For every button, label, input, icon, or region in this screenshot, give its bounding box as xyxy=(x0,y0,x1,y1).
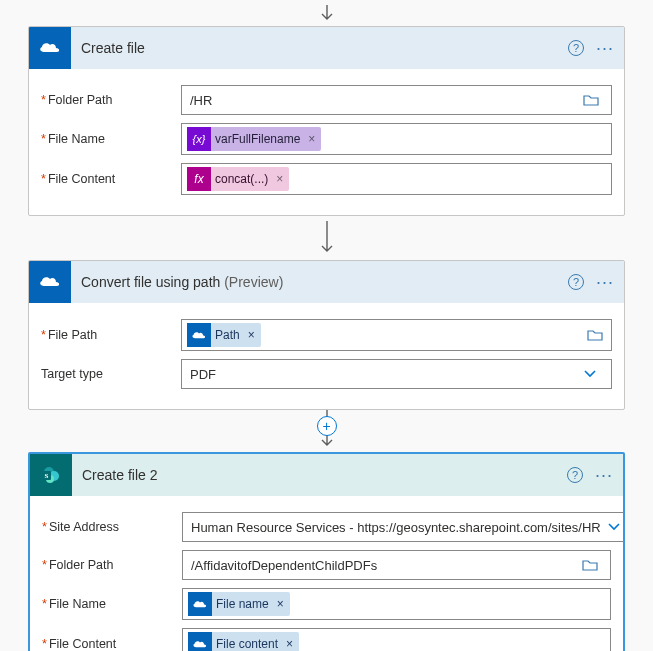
folder-picker-icon[interactable] xyxy=(579,94,603,106)
card-body: *File Path Path × Target type PDF xyxy=(29,303,624,409)
card-title: Create file 2 xyxy=(72,467,567,483)
card-body: *Folder Path /HR *File Name {x} varFullF… xyxy=(29,69,624,215)
more-icon[interactable]: ··· xyxy=(596,272,614,293)
folder-path-input[interactable]: /HR xyxy=(181,85,612,115)
variable-token[interactable]: {x} varFullFilename × xyxy=(187,127,321,151)
card-title: Convert file using path (Preview) xyxy=(71,274,568,290)
field-label-site-address: *Site Address xyxy=(42,520,182,534)
flow-arrow xyxy=(0,0,653,26)
target-type-select[interactable]: PDF xyxy=(181,359,612,389)
field-label-folder-path: *Folder Path xyxy=(41,93,181,107)
flow-arrow xyxy=(0,216,653,260)
help-icon[interactable]: ? xyxy=(567,467,583,483)
file-content-input[interactable]: fx concat(...) × xyxy=(181,163,612,195)
folder-path-input[interactable]: /AffidavitofDependentChildPDFs xyxy=(182,550,611,580)
more-icon[interactable]: ··· xyxy=(596,38,614,59)
action-card-create-file-2: S Create file 2 ? ··· *Site Address Huma… xyxy=(28,452,625,651)
insert-step[interactable]: + xyxy=(0,416,653,436)
card-header[interactable]: Create file ? ··· xyxy=(29,27,624,69)
field-label-file-content: *File Content xyxy=(42,637,182,651)
card-header[interactable]: Convert file using path (Preview) ? ··· xyxy=(29,261,624,303)
field-label-target-type: Target type xyxy=(41,367,181,381)
file-content-input[interactable]: File content × xyxy=(182,628,611,651)
card-title: Create file xyxy=(71,40,568,56)
onedrive-icon xyxy=(29,261,71,303)
plus-icon[interactable]: + xyxy=(317,416,337,436)
chevron-down-icon[interactable] xyxy=(577,367,603,382)
action-card-convert-file: Convert file using path (Preview) ? ··· … xyxy=(28,260,625,410)
file-name-input[interactable]: {x} varFullFilename × xyxy=(181,123,612,155)
remove-token-icon[interactable]: × xyxy=(244,328,255,342)
file-path-input[interactable]: Path × xyxy=(181,319,612,351)
remove-token-icon[interactable]: × xyxy=(282,637,293,651)
chevron-down-icon[interactable] xyxy=(601,520,625,535)
remove-token-icon[interactable]: × xyxy=(273,597,284,611)
expression-token[interactable]: fx concat(...) × xyxy=(187,167,289,191)
folder-picker-icon[interactable] xyxy=(583,329,607,341)
more-icon[interactable]: ··· xyxy=(595,465,613,486)
card-header[interactable]: S Create file 2 ? ··· xyxy=(30,454,623,496)
field-label-file-name: *File Name xyxy=(42,597,182,611)
folder-picker-icon[interactable] xyxy=(578,559,602,571)
sharepoint-icon: S xyxy=(30,454,72,496)
fx-icon: fx xyxy=(187,167,211,191)
field-label-folder-path: *Folder Path xyxy=(42,558,182,572)
card-body: *Site Address Human Resource Services - … xyxy=(30,496,623,651)
dynamic-token[interactable]: File name × xyxy=(188,592,290,616)
remove-token-icon[interactable]: × xyxy=(304,132,315,146)
field-label-file-content: *File Content xyxy=(41,172,181,186)
onedrive-token-icon xyxy=(188,592,212,616)
onedrive-icon xyxy=(29,27,71,69)
help-icon[interactable]: ? xyxy=(568,274,584,290)
action-card-create-file: Create file ? ··· *Folder Path /HR *File… xyxy=(28,26,625,216)
onedrive-token-icon xyxy=(188,632,212,651)
onedrive-token-icon xyxy=(187,323,211,347)
file-name-input[interactable]: File name × xyxy=(182,588,611,620)
preview-tag: (Preview) xyxy=(224,274,283,290)
field-label-file-path: *File Path xyxy=(41,328,181,342)
dynamic-token[interactable]: File content × xyxy=(188,632,299,651)
help-icon[interactable]: ? xyxy=(568,40,584,56)
svg-text:S: S xyxy=(45,472,49,480)
site-address-select[interactable]: Human Resource Services - https://geosyn… xyxy=(182,512,625,542)
remove-token-icon[interactable]: × xyxy=(272,172,283,186)
field-label-file-name: *File Name xyxy=(41,132,181,146)
variable-icon: {x} xyxy=(187,127,211,151)
dynamic-token[interactable]: Path × xyxy=(187,323,261,347)
